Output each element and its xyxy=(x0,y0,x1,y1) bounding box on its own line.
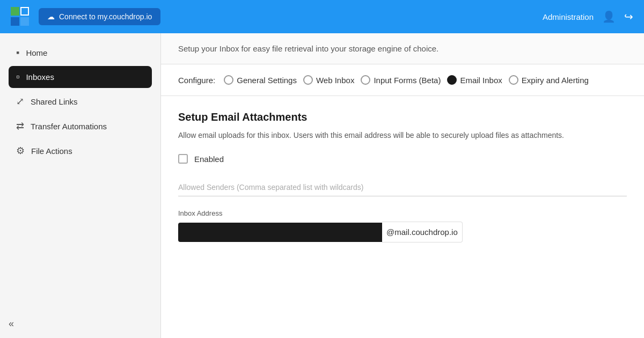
enabled-checkbox-row: Enabled xyxy=(178,154,627,164)
sidebar-item-inboxes[interactable]: ▫ Inboxes xyxy=(9,66,152,88)
radio-circle-expiry xyxy=(509,75,518,85)
sidebar-item-label: Inboxes xyxy=(26,72,54,82)
allowed-senders-field xyxy=(178,179,627,196)
enabled-checkbox[interactable] xyxy=(178,154,188,164)
radio-label-expiry: Expiry and Alerting xyxy=(522,76,589,85)
radio-label-forms: Input Forms (Beta) xyxy=(374,76,441,85)
sidebar-item-home[interactable]: ▪ Home xyxy=(9,42,152,64)
radio-circle-general xyxy=(224,75,233,85)
collapse-icon: « xyxy=(9,318,14,329)
section-description: Allow email uploads for this inbox. User… xyxy=(178,130,627,141)
sidebar: ▪ Home ▫ Inboxes ⤢ Shared Links ⇄ Transf… xyxy=(0,33,161,338)
radio-label-email: Email Inbox xyxy=(460,76,502,85)
sidebar-item-label: File Actions xyxy=(31,146,72,156)
admin-label: Administration xyxy=(543,12,594,21)
inbox-address-input[interactable] xyxy=(178,223,382,242)
radio-label-general: General Settings xyxy=(237,76,297,85)
inbox-address-row: @mail.couchdrop.io xyxy=(178,222,627,243)
enabled-label: Enabled xyxy=(194,155,224,164)
page-description: Setup your Inbox for easy file retrieval… xyxy=(178,44,627,53)
sidebar-item-label: Transfer Automations xyxy=(31,122,107,131)
configure-section: Configure: General Settings Web Inbox In… xyxy=(161,64,644,96)
radio-web-inbox[interactable]: Web Inbox xyxy=(303,75,354,85)
radio-expiry-alerting[interactable]: Expiry and Alerting xyxy=(509,75,589,85)
inbox-address-label: Inbox Address xyxy=(178,209,627,217)
connect-button[interactable]: ☁ Connect to my.couchdrop.io xyxy=(39,8,160,25)
logo-icon xyxy=(11,7,30,26)
email-setup-section: Setup Email Attachments Allow email uplo… xyxy=(161,96,644,338)
connect-label: Connect to my.couchdrop.io xyxy=(59,12,152,21)
logout-icon[interactable]: ↪ xyxy=(624,10,633,23)
sidebar-item-shared-links[interactable]: ⤢ Shared Links xyxy=(9,90,152,113)
inbox-icon: ▫ xyxy=(16,71,19,83)
topbar: ☁ Connect to my.couchdrop.io Administrat… xyxy=(0,0,644,33)
radio-email-inbox[interactable]: Email Inbox xyxy=(447,75,502,85)
allowed-senders-input[interactable] xyxy=(178,179,627,196)
sidebar-item-label: Home xyxy=(26,48,47,57)
topbar-right: Administration 👤 ↪ xyxy=(543,10,633,23)
home-icon: ▪ xyxy=(16,47,19,58)
radio-circle-web xyxy=(303,75,313,85)
sidebar-item-label: Shared Links xyxy=(31,97,78,106)
inbox-address-group: Inbox Address @mail.couchdrop.io xyxy=(178,209,627,243)
radio-label-web: Web Inbox xyxy=(316,76,354,85)
radio-circle-forms xyxy=(361,75,370,85)
sidebar-item-transfer-automations[interactable]: ⇄ Transfer Automations xyxy=(9,115,152,137)
cloud-icon: ☁ xyxy=(47,12,55,21)
main-layout: ▪ Home ▫ Inboxes ⤢ Shared Links ⇄ Transf… xyxy=(0,33,644,338)
topbar-left: ☁ Connect to my.couchdrop.io xyxy=(11,7,160,26)
share-icon: ⤢ xyxy=(16,95,24,107)
user-icon[interactable]: 👤 xyxy=(602,10,616,23)
section-title: Setup Email Attachments xyxy=(178,111,627,123)
inbox-address-suffix: @mail.couchdrop.io xyxy=(382,222,463,243)
page-header: Setup your Inbox for easy file retrieval… xyxy=(161,33,644,64)
sidebar-collapse-button[interactable]: « xyxy=(9,318,14,329)
sidebar-item-file-actions[interactable]: ⚙ File Actions xyxy=(9,139,152,162)
file-actions-icon: ⚙ xyxy=(16,145,25,157)
content-area: Setup your Inbox for easy file retrieval… xyxy=(161,33,644,338)
radio-input-forms[interactable]: Input Forms (Beta) xyxy=(361,75,441,85)
radio-general-settings[interactable]: General Settings xyxy=(224,75,297,85)
radio-circle-email xyxy=(447,75,457,85)
configure-label: Configure: xyxy=(178,76,215,85)
automation-icon: ⇄ xyxy=(16,120,24,132)
